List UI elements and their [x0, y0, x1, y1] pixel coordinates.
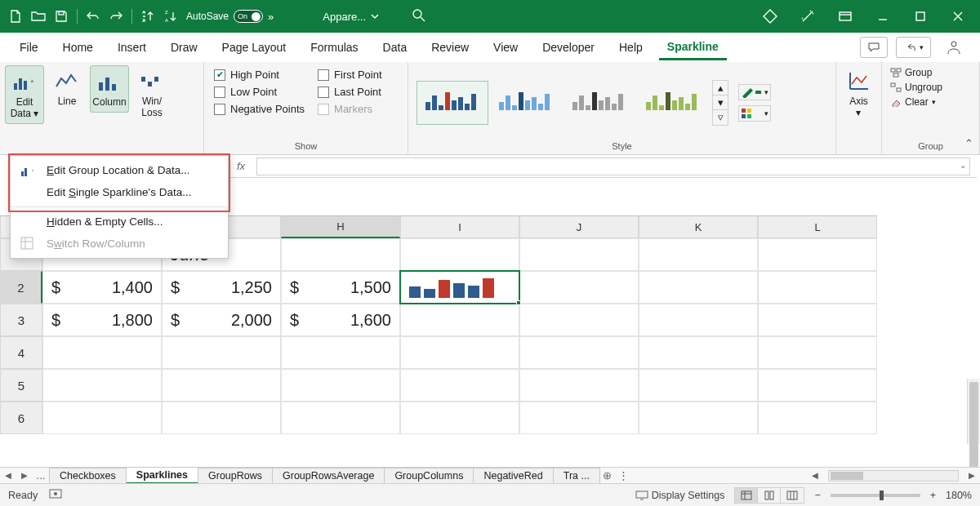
search-icon[interactable] [412, 8, 426, 25]
checkbox-first-point[interactable]: First Point [318, 69, 382, 81]
cell-empty[interactable] [42, 402, 162, 434]
tab-help[interactable]: Help [611, 36, 651, 59]
tab-file[interactable]: File [11, 36, 47, 59]
col-header-L[interactable]: L [758, 215, 877, 238]
cell-empty[interactable] [281, 402, 400, 434]
cell-empty[interactable] [42, 336, 162, 369]
cell-F2[interactable]: $1,250 [162, 271, 281, 304]
sparkline-line-button[interactable]: Line [47, 65, 87, 111]
checkbox-low-point[interactable]: Low Point [214, 86, 305, 98]
gallery-down-icon[interactable]: ▾ [713, 95, 728, 110]
wand-icon[interactable] [791, 4, 825, 29]
hscroll-left-icon[interactable]: ◄ [807, 469, 823, 482]
formula-input[interactable]: ⌄ [256, 158, 970, 175]
cell-G2[interactable]: $1,500 [281, 271, 400, 304]
autosave-toggle[interactable]: AutoSave On [186, 10, 263, 23]
sparkline-winloss-button[interactable]: Win/Loss [132, 65, 172, 122]
row-header-2[interactable]: 2 [0, 271, 42, 304]
style-option-4[interactable] [637, 81, 709, 125]
sort-asc-icon[interactable]: AZ [137, 6, 158, 27]
cell-E3-partial[interactable]: $1,800 [42, 304, 162, 336]
tab-formulas[interactable]: Formulas [302, 36, 366, 59]
zoom-slider[interactable] [831, 494, 920, 497]
row-header-3[interactable]: 3 [0, 304, 42, 336]
row-header-5[interactable]: 5 [0, 369, 42, 402]
zoom-in-button[interactable]: + [930, 490, 936, 501]
horizontal-scrollbar[interactable] [828, 470, 959, 482]
clear-button[interactable]: Clear ▾ [890, 96, 942, 108]
checkbox-high-point[interactable]: ✔High Point [214, 69, 305, 81]
sheet-tab-tra[interactable]: Tra ... [553, 468, 600, 484]
tab-home[interactable]: Home [55, 36, 101, 59]
gallery-more-icon[interactable]: ▿ [713, 110, 728, 125]
sheet-tab-grouprows[interactable]: GroupRows [198, 468, 273, 484]
minimize-button[interactable] [866, 4, 900, 29]
cell-H3[interactable] [400, 304, 519, 336]
col-header-K[interactable]: K [639, 215, 758, 238]
marker-color-button[interactable]: ▾ [738, 105, 771, 122]
document-title[interactable]: Appare... [323, 11, 379, 23]
new-file-icon[interactable] [5, 6, 26, 27]
cell-empty[interactable] [42, 369, 162, 402]
sheet-tab-negativered[interactable]: NegativeRed [473, 468, 553, 484]
sheet-nav-ellipsis[interactable]: ... [33, 469, 49, 482]
cell-H2-selected[interactable] [400, 271, 519, 304]
tab-sparkline[interactable]: Sparkline [659, 35, 727, 60]
cell-I1[interactable] [400, 238, 519, 271]
hscroll-right-icon[interactable]: ► [964, 469, 980, 482]
cell-empty[interactable] [162, 336, 281, 369]
cell-empty[interactable] [639, 336, 758, 369]
ungroup-button[interactable]: Ungroup [890, 82, 942, 93]
cell-F3[interactable]: $2,000 [162, 304, 281, 336]
menu-edit-group-data[interactable]: Edit Group Location & Data... [11, 159, 228, 181]
tab-review[interactable]: Review [423, 36, 477, 59]
sheet-tab-sparklines[interactable]: Sparklines [126, 467, 198, 484]
cell-empty[interactable] [400, 336, 519, 369]
gallery-up-icon[interactable]: ▴ [713, 81, 728, 95]
diamond-icon[interactable] [753, 4, 787, 29]
sparkline-color-button[interactable]: ▾ [738, 84, 771, 100]
cell-empty[interactable] [162, 369, 281, 402]
undo-icon[interactable] [82, 6, 104, 27]
cell-K2[interactable] [639, 271, 758, 304]
sheet-split-icon[interactable]: ⋮ [616, 469, 632, 482]
menu-edit-single-data[interactable]: Edit Single Sparkline's Data... [11, 181, 228, 203]
open-file-icon[interactable] [28, 6, 49, 27]
checkbox-negative-points[interactable]: Negative Points [214, 103, 305, 115]
axis-button[interactable]: Axis▾ [841, 65, 876, 122]
sheet-tab-groupcolumns[interactable]: GroupColumns [384, 468, 474, 484]
cell-empty[interactable] [400, 402, 519, 434]
close-button[interactable] [941, 4, 975, 29]
cell-empty[interactable] [281, 369, 400, 402]
collapse-ribbon-icon[interactable]: ⌃ [964, 137, 973, 149]
cell-G3[interactable]: $1,600 [281, 304, 400, 336]
group-button[interactable]: Group [890, 67, 942, 78]
sheet-tab-checkboxes[interactable]: Checkboxes [49, 468, 127, 484]
redo-icon[interactable] [105, 6, 127, 27]
cell-H1[interactable] [281, 238, 400, 271]
tab-insert[interactable]: Insert [109, 36, 154, 59]
edit-data-button[interactable]: EditData ▾ [5, 65, 44, 124]
cell-K3[interactable] [758, 304, 877, 336]
col-header-J[interactable]: J [519, 215, 639, 238]
formula-expand-icon[interactable]: ⌄ [960, 161, 966, 170]
maximize-button[interactable] [903, 4, 938, 29]
cell-L1[interactable] [758, 238, 877, 271]
cell-J2[interactable] [519, 271, 639, 304]
comments-button[interactable] [860, 37, 888, 58]
cell-J1[interactable] [519, 238, 639, 271]
display-settings-button[interactable]: Display Settings [635, 490, 725, 501]
style-option-2[interactable] [490, 81, 562, 125]
sparkline-column-button[interactable]: Column [90, 65, 129, 113]
sheet-nav-prev-icon[interactable]: ◄ [0, 469, 16, 482]
save-icon[interactable] [51, 6, 72, 27]
cell-L2[interactable] [758, 271, 877, 304]
col-header-I[interactable]: I [400, 215, 519, 238]
cell-I3[interactable] [519, 304, 639, 336]
hscroll-thumb[interactable] [831, 472, 863, 480]
tab-draw[interactable]: Draw [163, 36, 206, 59]
view-normal-icon[interactable] [735, 488, 758, 503]
zoom-thumb[interactable] [880, 490, 884, 500]
style-option-3[interactable] [564, 81, 635, 125]
macro-record-icon[interactable] [49, 489, 62, 501]
